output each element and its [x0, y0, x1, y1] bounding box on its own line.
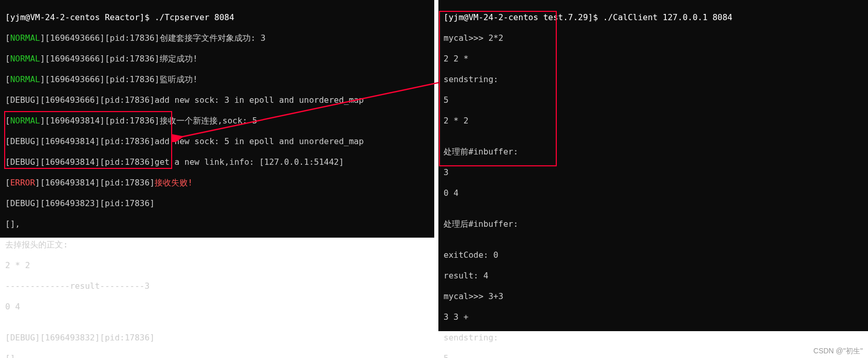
output-line: 处理后#inbuffer:	[444, 219, 863, 229]
log-line: [DEBUG][1696493832][pid:17836]	[5, 333, 429, 343]
output-line: exitCode: 0	[444, 250, 863, 260]
output-line: 3 3 +	[444, 312, 863, 322]
output-line: result: 4	[444, 271, 863, 281]
output-line: 去掉报头的正文:	[5, 240, 429, 250]
output-line: mycal>>> 3+3	[444, 291, 863, 302]
log-line: [NORMAL][1696493666][pid:17836]创建套接字文件对象…	[5, 33, 429, 43]
client-terminal[interactable]: [yjm@VM-24-2-centos test.7.29]$ ./CalCli…	[438, 0, 868, 331]
output-line: 2 * 2	[444, 116, 863, 126]
output-line: 2 * 2	[5, 260, 429, 271]
output-line: 0 4	[5, 302, 429, 312]
log-line: [NORMAL][1696493814][pid:17836]接收一个新连接,s…	[5, 116, 429, 126]
output-line: 处理前#inbuffer:	[444, 147, 863, 157]
output-line: 5	[444, 353, 863, 358]
log-line: [DEBUG][1696493814][pid:17836]add new so…	[5, 136, 429, 147]
log-line: [DEBUG][1696493823][pid:17836]	[5, 198, 429, 209]
output-line: sendstring:	[444, 74, 863, 85]
log-line: [NORMAL][1696493666][pid:17836]監听成功!	[5, 74, 429, 85]
output-line: sendstring:	[444, 333, 863, 343]
output-line: -------------result---------3	[5, 281, 429, 291]
client-prompt-line: [yjm@VM-24-2-centos test.7.29]$ ./CalCli…	[444, 12, 863, 23]
output-line: [],	[5, 353, 429, 358]
log-line: [DEBUG][1696493814][pid:17836]get a new …	[5, 157, 429, 167]
server-prompt-line: [yjm@VM-24-2-centos Reactor]$ ./Tcpserve…	[5, 12, 429, 23]
output-line: [],	[5, 219, 429, 229]
output-line: 3	[444, 167, 863, 178]
log-line: [ERROR][1696493814][pid:17836]接收失败!	[5, 178, 429, 188]
output-line: 0 4	[444, 188, 863, 198]
server-terminal[interactable]: [yjm@VM-24-2-centos Reactor]$ ./Tcpserve…	[0, 0, 434, 238]
output-line: mycal>>> 2*2	[444, 33, 863, 43]
log-line: [DEBUG][1696493666][pid:17836]add new so…	[5, 95, 429, 105]
watermark-text: CSDN @"初生"	[813, 347, 863, 356]
output-line: 5	[444, 95, 863, 105]
log-line: [NORMAL][1696493666][pid:17836]绑定成功!	[5, 54, 429, 64]
output-line: 2 2 *	[444, 54, 863, 64]
